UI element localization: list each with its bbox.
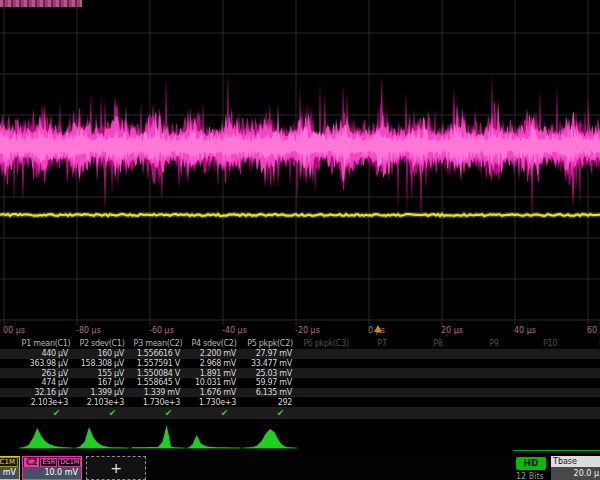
- status-separator-line: [513, 450, 600, 451]
- measure-value-cell: 1.730e+3: [130, 398, 186, 407]
- measure-value-cell: 155 µV: [74, 369, 130, 378]
- measure-value-cell: 167 µV: [74, 378, 130, 387]
- measure-value-cell: 59.97 mV: [242, 378, 298, 387]
- measure-value-cell: 1.399 µV: [74, 388, 130, 397]
- histicon-sparkline: [130, 423, 186, 453]
- status-check-icon: ✔: [18, 408, 74, 418]
- histicon-sparkline: [242, 423, 298, 453]
- measure-column-header[interactable]: P10: [522, 339, 578, 348]
- status-check-icon: ✔: [74, 408, 130, 418]
- histicon-row: [0, 424, 600, 455]
- measure-value-cell: 263 µV: [18, 369, 74, 378]
- measure-value-cell: 474 µV: [18, 378, 74, 387]
- measure-value-cell: 1.550084 V: [130, 369, 186, 378]
- measure-column-header[interactable]: P11: [578, 339, 600, 348]
- measure-column-header[interactable]: P1 mean(C1): [18, 339, 74, 348]
- measure-value-cell: 6.135 mV: [242, 388, 298, 397]
- measure-value-cell: 160 µV: [74, 349, 130, 358]
- timebase-descriptor[interactable]: Tbase 20.0 µ: [551, 456, 600, 480]
- c2-coupling-badge: DC1M: [58, 458, 81, 467]
- measure-value-cell: 158.308 µV: [74, 359, 130, 368]
- waveform-display[interactable]: [0, 0, 600, 325]
- bottom-toolbar: DC1M 0 mV C2 ESR DC1M 10.0 mV + HD 12 Bi…: [0, 455, 600, 480]
- measure-value-cell: 10.031 mV: [186, 378, 242, 387]
- measure-table-row: 2.103e+32.103e+31.730e+31.730e+3292: [0, 397, 600, 407]
- bit-resolution-label: 12 Bits: [516, 472, 544, 480]
- time-tick-label: 20 µs: [441, 326, 463, 335]
- time-tick-label: -60 µs: [149, 326, 174, 335]
- time-tick-label: 00 µs: [3, 326, 25, 335]
- time-tick-label: 60 µs: [587, 326, 600, 335]
- time-tick-label: -20 µs: [295, 326, 320, 335]
- measure-column-header[interactable]: P9: [466, 339, 522, 348]
- measure-column-header[interactable]: P8: [410, 339, 466, 348]
- histicon-sparkline: [74, 423, 130, 453]
- measure-value-cell: 32.16 µV: [18, 388, 74, 397]
- measure-value-cell: 2.103e+3: [18, 398, 74, 407]
- add-trace-button[interactable]: +: [86, 456, 146, 480]
- status-check-icon: ✔: [186, 408, 242, 418]
- measure-value-cell: 33.477 mV: [242, 359, 298, 368]
- measure-value-cell: 25.03 mV: [242, 369, 298, 378]
- measure-column-header[interactable]: P6 pkpk(C3): [298, 339, 354, 348]
- measure-value-cell: 1.891 mV: [186, 369, 242, 378]
- measure-value-cell: 1.730e+3: [186, 398, 242, 407]
- measure-column-header[interactable]: P2 sdev(C1): [74, 339, 130, 348]
- measure-status-row: ✔✔✔✔✔: [0, 407, 600, 419]
- time-axis: 00 µs-80 µs-60 µs-40 µs-20 µs0 µs20 µs40…: [0, 325, 600, 338]
- measure-value-cell: 440 µV: [18, 349, 74, 358]
- measure-value-cell: 2.200 mV: [186, 349, 242, 358]
- measure-value-cell: 363.98 µV: [18, 359, 74, 368]
- c2-label: C2: [24, 458, 39, 467]
- c2-vdiv-value: 10.0 mV: [23, 467, 81, 479]
- c1-coupling-badge: DC1M: [0, 457, 18, 467]
- measure-value-cell: 27.97 mV: [242, 349, 298, 358]
- measure-value-cell: 1.558645 V: [130, 378, 186, 387]
- measure-value-cell: 1.339 mV: [130, 388, 186, 397]
- measure-table-row: 440 µV160 µV1.556616 V2.200 mV27.97 mV: [0, 349, 600, 359]
- trigger-position-marker[interactable]: [374, 325, 382, 332]
- measurement-table[interactable]: P1 mean(C1)P2 sdev(C1)P3 mean(C2)P4 sdev…: [0, 338, 600, 419]
- timebase-label: Tbase: [551, 456, 600, 467]
- measure-table-row: 363.98 µV158.308 µV1.557591 V2.968 mV33.…: [0, 359, 600, 369]
- channel-c2-descriptor[interactable]: C2 ESR DC1M 10.0 mV: [22, 456, 82, 480]
- channel-c1-descriptor[interactable]: DC1M 0 mV: [0, 456, 20, 480]
- measure-column-header[interactable]: P4 sdev(C2): [186, 339, 242, 348]
- histicon-sparkline: [186, 423, 242, 453]
- measure-table-row: 474 µV167 µV1.558645 V10.031 mV59.97 mV: [0, 378, 600, 388]
- measure-table-row: 32.16 µV1.399 µV1.339 mV1.676 mV6.135 mV: [0, 388, 600, 398]
- status-check-icon: ✔: [130, 408, 186, 418]
- waveform-svg: [0, 0, 600, 325]
- measure-table-row: 263 µV155 µV1.550084 V1.891 mV25.03 mV: [0, 368, 600, 378]
- clipped-trace-label: [0, 0, 82, 7]
- measure-value-cell: 1.556616 V: [130, 349, 186, 358]
- measure-column-header[interactable]: P3 mean(C2): [130, 339, 186, 348]
- measure-column-header[interactable]: P7: [354, 339, 410, 348]
- histicon-sparkline: [18, 423, 74, 453]
- measure-table-header-row: P1 mean(C1)P2 sdev(C1)P3 mean(C2)P4 sdev…: [0, 338, 600, 349]
- measure-value-cell: 292: [242, 398, 298, 407]
- measure-value-cell: 1.557591 V: [130, 359, 186, 368]
- timebase-value: 20.0 µ: [551, 467, 600, 480]
- measure-value-cell: 1.676 mV: [186, 388, 242, 397]
- oscilloscope-screen: 00 µs-80 µs-60 µs-40 µs-20 µs0 µs20 µs40…: [0, 0, 600, 480]
- c1-vdiv-value: 0 mV: [0, 467, 19, 479]
- time-tick-label: -80 µs: [76, 326, 101, 335]
- measure-value-cell: 2.968 mV: [186, 359, 242, 368]
- status-check-icon: ✔: [242, 408, 298, 418]
- measure-column-header[interactable]: P5 pkpk(C2): [242, 339, 298, 348]
- measure-value-cell: 2.103e+3: [74, 398, 130, 407]
- time-tick-label: 40 µs: [514, 326, 536, 335]
- c2-esr-badge: ESR: [40, 458, 57, 467]
- time-tick-label: -40 µs: [222, 326, 247, 335]
- hd-mode-badge[interactable]: HD: [516, 457, 546, 470]
